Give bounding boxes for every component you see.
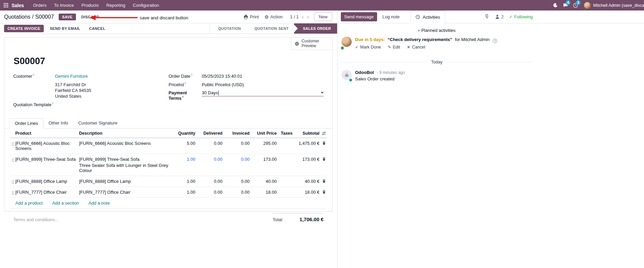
activity-type-badge — [340, 46, 345, 50]
send-by-email-button[interactable]: SEND BY EMAIL — [47, 25, 83, 32]
pager-value: 1 / 1 — [290, 14, 298, 19]
cell-taxes — [277, 154, 297, 159]
header-delivered[interactable]: Delivered — [195, 129, 222, 138]
attachment-paperclip-icon[interactable] — [484, 14, 489, 20]
help-icon: ? — [33, 73, 34, 77]
cell-product: [FURN_8999] Three-Seat Sofa — [15, 154, 79, 165]
send-message-button[interactable]: Send message — [341, 12, 377, 21]
add-a-section-link[interactable]: Add a section — [52, 200, 79, 206]
printer-icon — [243, 15, 248, 19]
customer-preview-button[interactable]: Customer Preview — [291, 38, 332, 50]
activities-label: Activities — [423, 15, 440, 20]
menu-reporting[interactable]: Reporting — [102, 0, 129, 11]
cancel-activity-button[interactable]: ✕Cancel — [407, 45, 425, 50]
delete-row-icon[interactable] — [319, 138, 327, 145]
tab-activities[interactable]: Activities — [410, 11, 445, 23]
customer-field[interactable]: Gemini Furniture — [55, 74, 88, 79]
message-timestamp: - 9 minutes ago — [377, 70, 405, 75]
drag-handle-icon[interactable] — [10, 187, 15, 197]
order-line-row[interactable]: [FURN_8888] Office Lamp [FURN_8888] Offi… — [10, 176, 327, 187]
add-a-note-link[interactable]: Add a note — [89, 200, 110, 206]
header-quantity[interactable]: Quantity — [172, 129, 195, 138]
drag-handle-icon[interactable] — [10, 176, 15, 187]
cell-invoiced: 0.00 — [222, 138, 250, 149]
menu-configuration[interactable]: Configuration — [129, 0, 163, 11]
pencil-icon: ✎ — [388, 45, 391, 50]
header-taxes[interactable]: Taxes — [277, 129, 297, 138]
cell-description: [FURN_8888] Office Lamp — [79, 176, 172, 187]
log-note-button[interactable]: Log note — [379, 12, 403, 21]
user-name[interactable]: Mitchell Admin (save_discar — [593, 3, 644, 8]
stage-sales-order[interactable]: SALES ORDER — [294, 23, 337, 34]
edit-activity-button[interactable]: ✎Edit — [388, 45, 400, 50]
header-description[interactable]: Description — [79, 129, 172, 138]
followers-count: 2 — [501, 14, 504, 19]
order-date-field[interactable]: 05/25/2023 15:40:01 — [202, 74, 242, 79]
cell-delivered: 0.00 — [195, 154, 222, 165]
message-author[interactable]: OdooBot — [355, 70, 374, 75]
cell-description: [FURN_8999] Three-Seat SofaThree Seater … — [79, 154, 172, 176]
order-line-row[interactable]: [FURN_7777] Office Chair [FURN_7777] Off… — [10, 187, 327, 198]
cell-description: [FURN_6666] Acoustic Bloc Screens — [79, 138, 172, 149]
stage-quotation-sent[interactable]: QUOTATION SENT — [246, 23, 294, 34]
moon-icon[interactable] — [550, 0, 560, 11]
help-icon: ? — [182, 95, 184, 99]
cell-product: [FURN_6666] Acoustic Bloc Screens — [15, 138, 79, 154]
cancel-button[interactable]: CANCEL — [86, 25, 108, 32]
create-invoice-button[interactable]: CREATE INVOICE — [4, 25, 44, 32]
save-button[interactable]: SAVE — [59, 14, 76, 20]
activity-clock-icon[interactable]: 2 — [570, 0, 581, 11]
terms-and-conditions-field[interactable]: Terms and conditions... — [13, 217, 59, 222]
payment-terms-field[interactable]: 30 Days — [202, 90, 324, 96]
menu-orders[interactable]: Orders — [30, 0, 51, 11]
following-button[interactable]: ✓ Following — [509, 14, 533, 19]
mark-done-button[interactable]: ✓Mark Done — [355, 45, 381, 50]
delete-row-icon[interactable] — [319, 187, 327, 194]
tab-customer-signature[interactable]: Customer Signature — [73, 118, 123, 128]
delete-row-icon[interactable] — [319, 176, 327, 183]
planned-activities-toggle[interactable]: ▾Planned activities — [341, 28, 533, 33]
followers-button[interactable]: 2 — [495, 14, 504, 19]
stage-quotation[interactable]: QUOTATION — [210, 23, 246, 34]
cell-unit-price: 18.00 — [250, 187, 277, 197]
messages-badge: 4 — [566, 0, 570, 5]
globe-icon — [295, 41, 299, 46]
add-a-product-link[interactable]: Add a product — [15, 200, 43, 206]
header-subtotal[interactable]: Subtotal — [297, 129, 319, 138]
apps-menu-icon[interactable] — [4, 3, 8, 7]
main-menu: Orders To Invoice Products Reporting Con… — [30, 0, 163, 11]
drag-handle-icon[interactable] — [10, 138, 15, 149]
messages-icon[interactable]: 4 — [560, 0, 570, 11]
print-button[interactable]: Print — [243, 14, 259, 19]
mark-done-label: Mark Done — [360, 45, 381, 50]
tab-other-info[interactable]: Other Info — [43, 118, 73, 128]
header-unit-price[interactable]: Unit Price — [250, 129, 277, 138]
pager-previous-button[interactable]: ‹ — [300, 14, 306, 20]
user-avatar[interactable] — [584, 2, 591, 9]
menu-products[interactable]: Products — [78, 0, 102, 11]
activity-assignee: for Mitchell Admin — [455, 37, 490, 42]
check-icon: ✓ — [355, 45, 358, 50]
optional-columns-icon[interactable] — [319, 129, 327, 138]
header-invoiced[interactable]: Invoiced — [222, 129, 250, 138]
pricelist-field[interactable]: Public Pricelist (USD) — [202, 82, 244, 87]
drag-handle-icon[interactable] — [10, 154, 15, 165]
menu-to-invoice[interactable]: To Invoice — [50, 0, 78, 11]
header-product[interactable]: Product — [15, 129, 79, 138]
dropdown-caret-icon[interactable] — [321, 92, 324, 94]
app-name[interactable]: Sales — [12, 3, 24, 8]
pager-next-button[interactable]: › — [305, 14, 311, 20]
delete-row-icon[interactable] — [319, 154, 327, 161]
action-button[interactable]: ⚙ Action — [265, 14, 283, 19]
info-icon[interactable]: i — [493, 39, 497, 43]
discard-button[interactable]: DISCARD — [79, 14, 102, 20]
tab-order-lines[interactable]: Order Lines — [9, 118, 43, 129]
new-button[interactable]: New — [314, 13, 332, 21]
order-line-row[interactable]: [FURN_8999] Three-Seat Sofa [FURN_8999] … — [10, 154, 327, 176]
breadcrumb-quotations[interactable]: Quotations — [4, 14, 30, 20]
order-line-row[interactable]: [FURN_6666] Acoustic Bloc Screens [FURN_… — [10, 138, 327, 154]
status-bar: CREATE INVOICE SEND BY EMAIL CANCEL QUOT… — [0, 23, 337, 34]
cell-product: [FURN_8888] Office Lamp — [15, 176, 79, 187]
chatter-message: OdooBot - 9 minutes ago Sales Order crea… — [341, 70, 533, 81]
cell-product: [FURN_7777] Office Chair — [15, 187, 79, 197]
